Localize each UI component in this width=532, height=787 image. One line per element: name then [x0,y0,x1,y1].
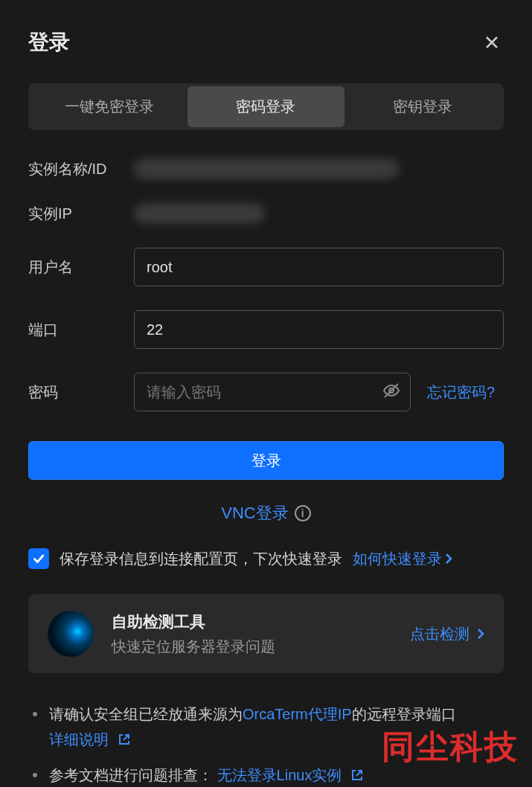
save-login-text: 保存登录信息到连接配置页，下次快速登录 [60,549,342,569]
radar-icon [48,611,94,657]
modal-header: 登录 [28,28,504,57]
detail-link[interactable]: 详细说明 [49,731,131,748]
note2-pre: 参考文档进行问题排查： [49,767,213,783]
username-label: 用户名 [28,257,134,277]
password-label: 密码 [28,382,134,402]
chevron-right-icon [445,553,452,565]
save-login-row: 保存登录信息到连接配置页，下次快速登录 如何快速登录 [28,548,504,569]
field-password: 密码 忘记密码? [28,373,504,411]
detect-action-label: 点击检测 [410,624,469,644]
field-username: 用户名 [28,248,504,286]
detail-label: 详细说明 [49,731,109,748]
field-instance: 实例名称/ID [28,158,504,179]
external-link-icon [350,768,364,782]
login-tabs: 一键免密登录 密码登录 密钥登录 [28,83,504,130]
note1-post: 的远程登录端口 [352,706,456,722]
vnc-row: VNC登录 i [28,502,504,524]
check-icon [32,552,45,565]
vnc-login-link[interactable]: VNC登录 [221,502,288,524]
close-button[interactable] [480,30,504,54]
tab-password-login[interactable]: 密码登录 [188,86,344,127]
ip-value-redacted [134,203,265,224]
close-icon [484,35,499,50]
password-input[interactable] [134,373,411,411]
instance-label: 实例名称/ID [28,159,134,179]
external-link-icon [118,733,131,746]
field-port: 端口 [28,310,504,349]
tab-key-login[interactable]: 密钥登录 [344,86,501,127]
note1-pre: 请确认安全组已经放通来源为 [49,706,243,722]
orcaterm-proxy-ip-link[interactable]: OrcaTerm代理IP [243,706,352,722]
port-label: 端口 [28,320,134,340]
note2-link-label: 无法登录Linux实例 [217,767,342,783]
how-to-quick-login-link[interactable]: 如何快速登录 [353,549,452,569]
save-login-checkbox[interactable] [28,548,49,569]
watermark: 同尘科技 [382,725,519,769]
detect-text-block: 自助检测工具 快速定位服务器登录问题 [112,611,410,657]
detect-subtitle: 快速定位服务器登录问题 [112,637,410,657]
field-ip: 实例IP [28,203,504,224]
detect-title: 自助检测工具 [112,611,410,632]
info-icon[interactable]: i [295,505,311,521]
start-detect-button[interactable]: 点击检测 [410,624,484,644]
ip-label: 实例IP [28,204,134,224]
login-modal: 登录 一键免密登录 密码登录 密钥登录 实例名称/ID 实例IP 用户名 端口 … [0,0,532,787]
instance-value-redacted [134,158,399,179]
login-button[interactable]: 登录 [28,441,504,480]
modal-title: 登录 [28,28,70,57]
quick-login-label: 如何快速登录 [353,549,442,569]
chevron-right-icon [477,628,484,640]
cannot-login-linux-link[interactable]: 无法登录Linux实例 [217,767,364,783]
forgot-password-link[interactable]: 忘记密码? [427,382,495,402]
self-check-card: 自助检测工具 快速定位服务器登录问题 点击检测 [28,594,504,673]
toggle-password-visibility[interactable] [382,382,400,402]
username-input[interactable] [134,248,504,286]
port-input[interactable] [134,310,504,349]
tab-sso-login[interactable]: 一键免密登录 [31,86,188,127]
eye-off-icon [382,382,400,399]
